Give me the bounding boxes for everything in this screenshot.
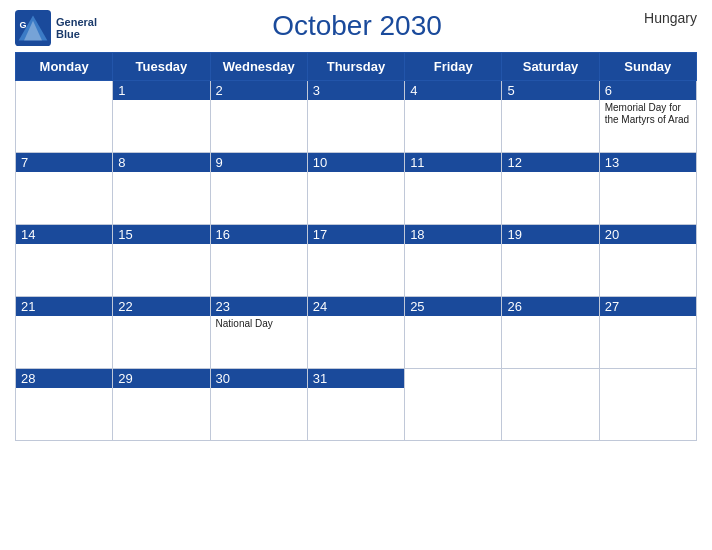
calendar-cell xyxy=(599,369,696,441)
calendar-cell xyxy=(405,369,502,441)
day-number: 8 xyxy=(113,153,209,172)
weekday-header-sunday: Sunday xyxy=(599,53,696,81)
calendar-container: G General Blue October 2030 Hungary Mond… xyxy=(0,0,712,550)
general-blue-logo-icon: G xyxy=(15,10,51,46)
calendar-cell: 24 xyxy=(307,297,404,369)
day-number: 29 xyxy=(113,369,209,388)
day-number: 6 xyxy=(600,81,696,100)
calendar-cell: 1 xyxy=(113,81,210,153)
calendar-cell: 16 xyxy=(210,225,307,297)
day-number: 14 xyxy=(16,225,112,244)
day-number: 28 xyxy=(16,369,112,388)
calendar-cell xyxy=(16,81,113,153)
day-number: 4 xyxy=(405,81,501,100)
calendar-cell: 19 xyxy=(502,225,599,297)
day-number: 18 xyxy=(405,225,501,244)
calendar-cell: 4 xyxy=(405,81,502,153)
day-number: 15 xyxy=(113,225,209,244)
weekday-header-row: MondayTuesdayWednesdayThursdayFridaySatu… xyxy=(16,53,697,81)
calendar-cell: 18 xyxy=(405,225,502,297)
calendar-cell: 25 xyxy=(405,297,502,369)
calendar-cell: 10 xyxy=(307,153,404,225)
week-row-3: 14151617181920 xyxy=(16,225,697,297)
calendar-cell: 5 xyxy=(502,81,599,153)
day-number: 30 xyxy=(211,369,307,388)
calendar-cell: 11 xyxy=(405,153,502,225)
day-number: 17 xyxy=(308,225,404,244)
day-number: 22 xyxy=(113,297,209,316)
country-label: Hungary xyxy=(617,10,697,26)
day-number: 25 xyxy=(405,297,501,316)
day-number: 21 xyxy=(16,297,112,316)
calendar-title: October 2030 xyxy=(97,10,617,42)
weekday-header-tuesday: Tuesday xyxy=(113,53,210,81)
calendar-cell: 23National Day xyxy=(210,297,307,369)
calendar-cell: 2 xyxy=(210,81,307,153)
calendar-cell: 20 xyxy=(599,225,696,297)
day-number: 27 xyxy=(600,297,696,316)
holiday-text: National Day xyxy=(216,318,302,330)
logo-text: General Blue xyxy=(56,16,97,40)
calendar-cell: 8 xyxy=(113,153,210,225)
day-number: 26 xyxy=(502,297,598,316)
calendar-cell: 15 xyxy=(113,225,210,297)
calendar-cell: 21 xyxy=(16,297,113,369)
calendar-cell: 27 xyxy=(599,297,696,369)
calendar-cell: 17 xyxy=(307,225,404,297)
calendar-cell: 9 xyxy=(210,153,307,225)
weekday-header-wednesday: Wednesday xyxy=(210,53,307,81)
day-number: 7 xyxy=(16,153,112,172)
day-number: 23 xyxy=(211,297,307,316)
holiday-text: Memorial Day for the Martyrs of Arad xyxy=(605,102,691,126)
day-number: 11 xyxy=(405,153,501,172)
week-row-1: 123456Memorial Day for the Martyrs of Ar… xyxy=(16,81,697,153)
logo-area: G General Blue xyxy=(15,10,97,46)
day-number: 1 xyxy=(113,81,209,100)
calendar-cell xyxy=(502,369,599,441)
weekday-header-friday: Friday xyxy=(405,53,502,81)
calendar-cell: 29 xyxy=(113,369,210,441)
weekday-header-saturday: Saturday xyxy=(502,53,599,81)
week-row-4: 212223National Day24252627 xyxy=(16,297,697,369)
calendar-cell: 3 xyxy=(307,81,404,153)
weekday-header-monday: Monday xyxy=(16,53,113,81)
day-number: 12 xyxy=(502,153,598,172)
calendar-cell: 28 xyxy=(16,369,113,441)
calendar-cell: 14 xyxy=(16,225,113,297)
day-number: 31 xyxy=(308,369,404,388)
day-number: 16 xyxy=(211,225,307,244)
day-number: 3 xyxy=(308,81,404,100)
calendar-cell: 13 xyxy=(599,153,696,225)
day-number: 2 xyxy=(211,81,307,100)
day-number: 19 xyxy=(502,225,598,244)
calendar-cell: 26 xyxy=(502,297,599,369)
calendar-cell: 31 xyxy=(307,369,404,441)
calendar-header: G General Blue October 2030 Hungary xyxy=(15,10,697,46)
day-number: 20 xyxy=(600,225,696,244)
calendar-cell: 12 xyxy=(502,153,599,225)
calendar-cell: 7 xyxy=(16,153,113,225)
week-row-2: 78910111213 xyxy=(16,153,697,225)
day-number: 13 xyxy=(600,153,696,172)
day-number: 24 xyxy=(308,297,404,316)
day-number: 5 xyxy=(502,81,598,100)
week-row-5: 28293031 xyxy=(16,369,697,441)
calendar-cell: 30 xyxy=(210,369,307,441)
svg-text:G: G xyxy=(20,20,27,30)
day-number: 10 xyxy=(308,153,404,172)
calendar-table: MondayTuesdayWednesdayThursdayFridaySatu… xyxy=(15,52,697,441)
day-number: 9 xyxy=(211,153,307,172)
weekday-header-thursday: Thursday xyxy=(307,53,404,81)
calendar-cell: 6Memorial Day for the Martyrs of Arad xyxy=(599,81,696,153)
calendar-cell: 22 xyxy=(113,297,210,369)
